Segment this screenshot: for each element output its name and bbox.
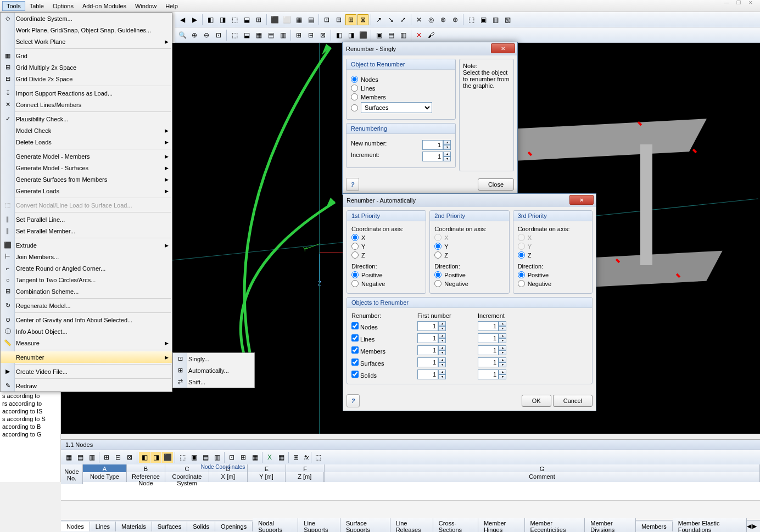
tb-icon[interactable]: ▤ <box>200 452 211 463</box>
tb-icon[interactable]: ⊠ <box>357 14 368 25</box>
tb-icon[interactable]: ↘ <box>385 14 396 25</box>
table-tab[interactable]: Member Eccentricities <box>525 518 585 533</box>
tb-nav-left[interactable]: ◀ <box>177 14 188 25</box>
menu-item[interactable]: ⊙Center of Gravity and Info About Select… <box>1 314 172 326</box>
menu-item[interactable]: ⊞Combination Scheme... <box>1 285 172 297</box>
table-tab[interactable]: Surfaces <box>152 522 187 531</box>
menu-item[interactable]: ⊢Join Members... <box>1 251 172 262</box>
input-nodes-first[interactable] <box>417 321 438 331</box>
radio-z[interactable] <box>351 251 359 259</box>
menu-item[interactable]: Delete Loads▶ <box>1 136 172 148</box>
menu-item[interactable]: ⓘInfo About Object... <box>1 326 172 337</box>
tb-icon[interactable]: ◧ <box>205 14 216 25</box>
tb-zoom-out-icon[interactable]: ⊖ <box>201 30 212 41</box>
col-B[interactable]: B <box>127 464 165 472</box>
table-tab[interactable]: Line Supports <box>298 518 340 533</box>
spin-up[interactable]: ▴ <box>438 357 446 362</box>
radio-members[interactable] <box>351 93 358 100</box>
spin-down[interactable]: ▾ <box>499 326 506 331</box>
submenu-singly[interactable]: ⊡Singly... <box>173 353 254 365</box>
check-solids[interactable] <box>351 371 359 378</box>
radio-y[interactable] <box>351 243 359 250</box>
tb-icon[interactable]: ⊟ <box>305 30 316 41</box>
input-lines-inc[interactable] <box>478 333 499 343</box>
radio-positive[interactable] <box>351 271 359 278</box>
tb-icon[interactable]: ⊟ <box>113 452 124 463</box>
dialog-titlebar[interactable]: Renumber - Automatically ✕ <box>343 194 596 207</box>
table-tab[interactable]: Member Hinges <box>478 518 525 533</box>
menu-window[interactable]: Window <box>131 1 161 11</box>
tb-icon[interactable]: ⬚ <box>229 14 240 25</box>
tb-icon[interactable]: ▣ <box>373 30 384 41</box>
menu-item[interactable]: ✎Redraw <box>1 380 172 391</box>
tb-icon[interactable]: ⊞ <box>293 30 304 41</box>
table-tab[interactable]: Surface Supports <box>340 518 390 533</box>
col-coord-sys[interactable]: Coordinate System <box>165 472 209 482</box>
input-nodes-inc[interactable] <box>478 321 499 331</box>
table-tab[interactable]: Lines <box>90 522 116 531</box>
tb-icon[interactable]: ▥ <box>490 14 501 25</box>
spin-up[interactable]: ▴ <box>438 321 446 326</box>
tb-icon[interactable]: ◧ <box>333 30 344 41</box>
input-solids-inc[interactable] <box>478 369 499 379</box>
radio-z[interactable] <box>434 251 442 259</box>
select-object-type[interactable]: Surfaces <box>361 102 432 113</box>
tb-icon[interactable]: ⬚ <box>229 30 240 41</box>
radio-y[interactable] <box>434 243 442 250</box>
spin-up[interactable]: ▴ <box>438 345 446 350</box>
radio-positive[interactable] <box>434 271 442 278</box>
menu-item[interactable]: Generate Model - Members▶ <box>1 150 172 162</box>
tb-icon[interactable]: ▥ <box>277 30 288 41</box>
menu-item[interactable]: ⬛Extrude▶ <box>1 239 172 251</box>
cancel-button[interactable]: Cancel <box>553 395 593 407</box>
radio-x[interactable] <box>351 234 359 241</box>
menu-item[interactable]: ↻Regenerate Model... <box>1 300 172 311</box>
nav-item[interactable]: s according to S <box>0 415 60 423</box>
radio-other[interactable] <box>351 104 358 111</box>
help-button[interactable]: ? <box>347 394 360 407</box>
radio-negative[interactable] <box>351 280 359 287</box>
tb-icon[interactable]: ↗ <box>373 14 384 25</box>
tb-icon[interactable]: ⊞ <box>253 14 264 25</box>
tb-icon[interactable]: ▦ <box>293 14 304 25</box>
col-comment[interactable]: Comment <box>325 472 760 482</box>
tb-icon[interactable]: ◎ <box>426 14 437 25</box>
table-tab[interactable]: Line Releases <box>390 518 433 533</box>
spin-down[interactable]: ▾ <box>499 350 506 355</box>
table-tab[interactable]: Solids <box>187 522 215 531</box>
spin-up[interactable]: ▴ <box>443 152 451 156</box>
menu-item[interactable]: ▦Grid <box>1 50 172 61</box>
spin-down[interactable]: ▾ <box>438 326 446 331</box>
tb-delete-icon[interactable]: ✕ <box>413 30 424 41</box>
input-members-first[interactable] <box>417 345 438 355</box>
col-D[interactable]: D <box>209 464 248 472</box>
tb-icon[interactable]: ▣ <box>188 452 199 463</box>
dialog-titlebar[interactable]: Renumber - Singly ✕ <box>343 42 517 55</box>
spin-down[interactable]: ▾ <box>499 362 506 367</box>
tb-icon[interactable]: ⬓ <box>241 30 252 41</box>
nav-item[interactable]: according to IS <box>0 407 60 415</box>
help-button[interactable]: ? <box>346 178 359 191</box>
tb-icon[interactable]: ✕ <box>413 14 424 25</box>
tab-scroll-left-icon[interactable]: ◀ <box>747 523 751 530</box>
table-tab[interactable]: Openings <box>215 522 253 531</box>
menu-item[interactable]: Generate Loads▶ <box>1 185 172 197</box>
tb-icon[interactable]: ⬛ <box>357 30 368 41</box>
check-surfaces[interactable] <box>351 359 359 366</box>
tb-icon[interactable]: ⬚ <box>177 452 188 463</box>
spin-down[interactable]: ▾ <box>438 374 446 379</box>
col-F[interactable]: F <box>286 464 325 472</box>
table-tab[interactable]: Materials <box>116 522 152 531</box>
menu-item[interactable]: ○Tangent to Two Circles/Arcs... <box>1 274 172 285</box>
maximize-icon[interactable]: ❐ <box>734 0 744 9</box>
menu-item[interactable]: Renumber▶ <box>1 351 172 363</box>
menu-item[interactable]: ◇Coordinate System... <box>1 13 172 24</box>
close-button[interactable]: Close <box>478 178 514 191</box>
input-increment[interactable] <box>422 152 443 161</box>
submenu-auto[interactable]: ⊞Automatically... <box>173 365 254 376</box>
menu-item[interactable]: 📏Measure▶ <box>1 337 172 349</box>
minimize-icon[interactable]: — <box>722 0 731 9</box>
menu-item[interactable]: ⊟Grid Divide 2x Space <box>1 73 172 85</box>
tb-zoom-icon[interactable]: 🔍 <box>177 30 188 41</box>
tb-icon[interactable]: ⊞ <box>345 14 356 25</box>
